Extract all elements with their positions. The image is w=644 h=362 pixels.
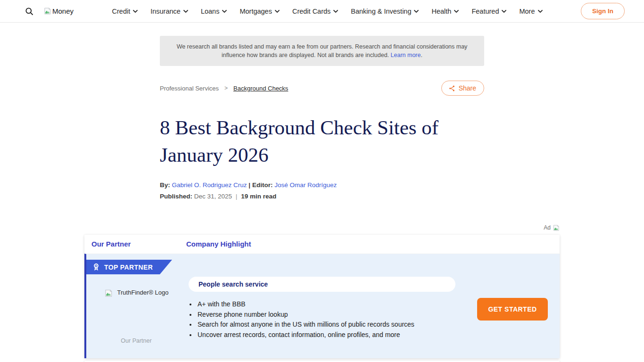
share-label: Share — [459, 84, 476, 92]
chevron-down-icon — [454, 10, 459, 13]
highlight-pill-label: People search service — [198, 280, 268, 288]
breadcrumb: Professional Services > Background Check… — [160, 85, 288, 92]
chevron-down-icon — [414, 10, 419, 13]
chevron-down-icon — [222, 10, 227, 13]
top-partner-row: TOP PARTNER TruthFinder® Logo Our Partne… — [84, 254, 560, 358]
author-link[interactable]: Gabriel O. Rodriguez Cruz — [172, 181, 247, 189]
bullet-item: A+ with the BBB — [197, 299, 479, 310]
chevron-down-icon — [502, 10, 506, 13]
nav-item-loans[interactable]: Loans — [201, 8, 227, 15]
award-ribbon-icon — [92, 263, 100, 272]
published-line: Published: Dec 31, 2025 | 19 min read — [160, 193, 484, 200]
ad-label: Ad — [544, 224, 551, 231]
partner-logo-block[interactable]: TruthFinder® Logo Our Partner — [86, 289, 186, 344]
get-started-button[interactable]: GET STARTED — [477, 298, 548, 321]
broken-image-icon — [43, 7, 51, 15]
chevron-down-icon — [133, 10, 138, 13]
top-navigation-bar: Money Credit Insurance Loans Mortgages C… — [0, 0, 644, 23]
nav-item-credit[interactable]: Credit — [112, 8, 138, 15]
chevron-down-icon — [538, 10, 543, 13]
read-time: 19 min read — [241, 193, 276, 200]
bullet-item: Uncover arrest records, contact informat… — [197, 330, 479, 340]
share-button[interactable]: Share — [441, 81, 484, 96]
learn-more-link[interactable]: Learn more — [391, 52, 421, 58]
breadcrumb-professional-services[interactable]: Professional Services — [160, 85, 219, 92]
chevron-down-icon — [333, 10, 338, 13]
sign-in-button[interactable]: Sign In — [581, 3, 625, 19]
byline: By: Gabriel O. Rodriguez Cruz | Editor: … — [160, 181, 484, 189]
top-partner-card: Our Partner Company Highlight TOP PARTNE… — [84, 235, 560, 358]
top-partner-badge: TOP PARTNER — [86, 260, 172, 274]
disclosure-text: We research all brands listed and may ea… — [177, 43, 468, 58]
nav-item-credit-cards[interactable]: Credit Cards — [292, 8, 338, 15]
broken-image-icon — [553, 224, 560, 231]
money-logo[interactable]: Money — [43, 7, 74, 15]
search-icon[interactable] — [25, 7, 34, 16]
logo-text: Money — [52, 7, 74, 15]
company-highlight-bullets: A+ with the BBB Reverse phone number loo… — [197, 299, 479, 340]
our-partner-column-header: Our Partner — [91, 240, 131, 248]
main-nav: Credit Insurance Loans Mortgages Credit … — [112, 8, 543, 15]
chevron-down-icon — [275, 10, 280, 13]
editor-link[interactable]: José Omar Rodríguez — [274, 181, 337, 189]
nav-item-mortgages[interactable]: Mortgages — [239, 8, 280, 15]
nav-item-health[interactable]: Health — [431, 8, 459, 15]
top-partner-label: TOP PARTNER — [104, 263, 153, 271]
bullet-item: Search for almost anyone in the US with … — [197, 320, 479, 330]
our-partner-caption: Our Partner — [86, 337, 186, 344]
advertiser-disclosure: We research all brands listed and may ea… — [160, 36, 484, 66]
company-highlight-pill: People search service — [189, 277, 455, 292]
nav-item-more[interactable]: More — [519, 8, 542, 15]
nav-item-banking-investing[interactable]: Banking & Investing — [351, 8, 419, 15]
breadcrumb-separator: > — [224, 85, 228, 91]
share-icon — [448, 85, 455, 92]
breadcrumb-background-checks[interactable]: Background Checks — [233, 85, 288, 92]
company-highlight-column-header: Company Highlight — [186, 240, 251, 248]
bullet-item: Reverse phone number lookup — [197, 310, 479, 320]
chevron-down-icon — [183, 10, 188, 13]
published-date: Dec 31, 2025 — [194, 193, 232, 200]
broken-image-icon — [104, 289, 113, 297]
nav-item-featured[interactable]: Featured — [471, 8, 506, 15]
page-title: 8 Best Background Check Sites of January… — [160, 114, 485, 169]
partner-card-header: Our Partner Company Highlight — [84, 235, 560, 254]
truthfinder-logo-alt-text: TruthFinder® Logo — [117, 289, 169, 296]
ad-badge: Ad — [84, 223, 560, 232]
nav-item-insurance[interactable]: Insurance — [150, 8, 188, 15]
